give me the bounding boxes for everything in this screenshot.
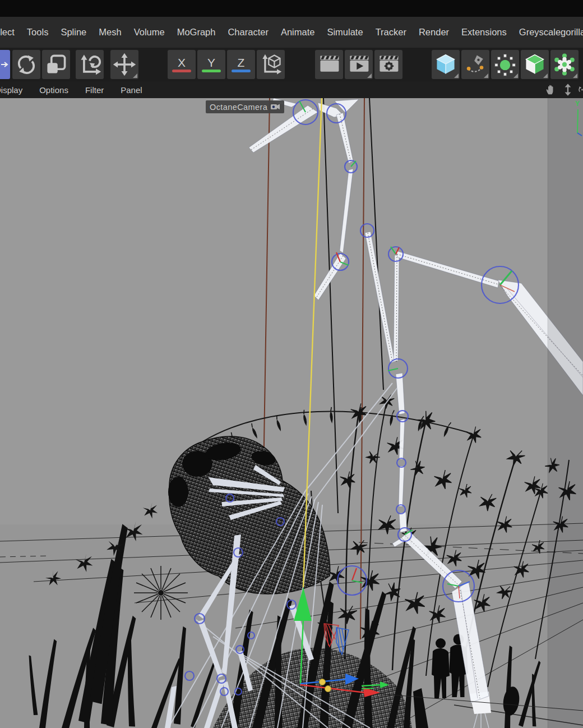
menu-greyscalegorilla[interactable]: Greyscalegorilla [519,27,583,38]
pen-spline-button[interactable] [461,50,489,79]
gizmo-handle-dot[interactable] [320,679,326,685]
3d-viewport[interactable]: OctaneCamera Y [0,98,583,728]
camera-label[interactable]: OctaneCamera [206,100,284,113]
coordinate-system-button[interactable] [257,50,285,79]
axis-y-label: Y [207,57,215,68]
move-tool-button[interactable] [110,50,138,79]
viewport-scene [0,98,583,728]
menu-character[interactable]: Character [228,27,268,38]
scale-tool-button[interactable] [42,50,70,79]
viewport-right-shade [548,98,583,728]
render-picture-viewer-button[interactable] [345,50,373,79]
axis-indicator-label: Y [572,100,583,108]
flyout-corner [543,73,548,78]
menu-simulate[interactable]: Simulate [327,27,363,38]
menu-select[interactable]: Select [0,27,15,38]
axis-lock-x-button[interactable]: X [168,50,196,79]
scale-icon [44,52,68,77]
viewport-menu-options[interactable]: Options [39,85,68,95]
dandelion-head [134,566,188,620]
main-toolbar: X Y Z [0,48,583,81]
axis-lock-y-button[interactable]: Y [197,50,225,79]
menu-tracker[interactable]: Tracker [376,27,406,38]
flyout-corner [367,73,372,78]
menu-mograph[interactable]: MoGraph [177,27,216,38]
coordinate-rotate-tool-button[interactable] [76,50,104,79]
axis-lock-z-button[interactable]: Z [227,50,255,79]
rotate-tool-button[interactable] [12,50,40,79]
move-arrow-icon [1,61,9,68]
flyout-corner [133,73,137,78]
viewport-menu-filter[interactable]: Filter [85,85,104,95]
axis-x-label: X [178,57,186,68]
axis-rotate-icon [77,52,102,77]
camera-label-text: OctaneCamera [210,103,267,112]
generators-button[interactable] [521,50,549,79]
menu-spline[interactable]: Spline [61,27,86,38]
menu-tools[interactable]: Tools [27,27,49,38]
flyout-corner [573,73,577,78]
viewport-menu-display[interactable]: Display [0,85,22,95]
flyout-corner [454,73,459,78]
dolly-vertical-icon[interactable] [563,84,573,96]
spline-primitives-button[interactable] [491,50,519,79]
menu-mesh[interactable]: Mesh [99,27,121,38]
axis-z-underline [232,70,251,72]
main-menubar: Select Tools Spline Mesh Volume MoGraph … [0,17,583,48]
camera-icon [271,103,280,110]
menu-extensions[interactable]: Extensions [461,27,507,38]
menu-render[interactable]: Render [419,27,449,38]
pan-hand-icon[interactable] [545,84,557,96]
coordinate-system-icon [258,52,283,77]
render-settings-icon [376,52,401,77]
viewport-menubar: Display Options Filter Panel [0,81,583,98]
window-titlebar [0,0,583,17]
render-view-icon [317,52,341,77]
viewport-menu-panel[interactable]: Panel [121,85,142,95]
flyout-corner [484,73,488,78]
render-view-button[interactable] [315,50,343,79]
menu-animate[interactable]: Animate [281,27,315,38]
orbit-icon[interactable] [579,84,583,96]
add-cube-button[interactable] [432,50,460,79]
rotate-icon [14,52,39,77]
flyout-corner [513,73,518,78]
menu-volume[interactable]: Volume [134,27,165,38]
active-tool-button[interactable] [0,50,10,79]
gizmo-handle-dot[interactable] [325,686,331,692]
axis-x-underline [172,70,191,72]
deformers-button[interactable] [550,50,579,79]
axis-z-label: Z [238,57,245,68]
viewport-nav-icons [545,81,583,98]
render-settings-button[interactable] [374,50,402,79]
axis-y-underline [202,70,221,72]
